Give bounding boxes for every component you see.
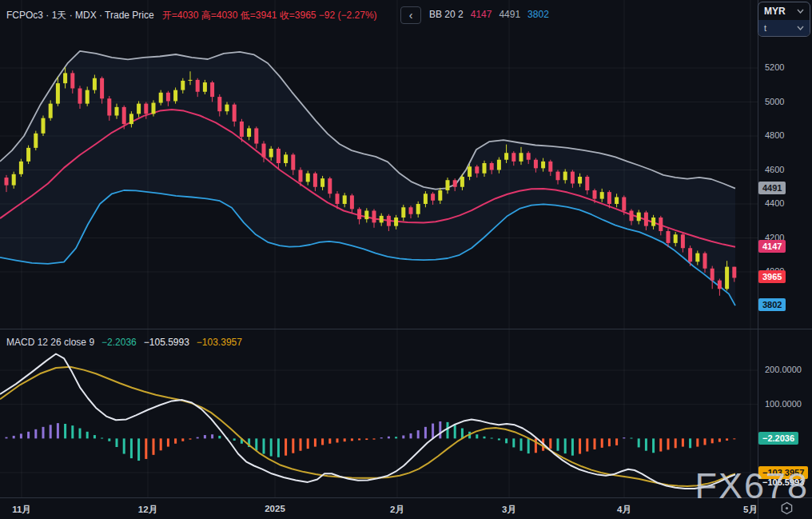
- collapse-indicators-button[interactable]: ‹: [400, 6, 421, 24]
- currency-value: MYR: [764, 6, 786, 17]
- time-axis-label: 2025: [265, 504, 285, 513]
- bb-upper-value: 4491: [499, 9, 520, 20]
- macd-legend[interactable]: MACD 12 26 close 9−2.2036−105.5993−103.3…: [6, 337, 249, 348]
- scale-settings-box: MYR t: [758, 2, 810, 37]
- price-badge-4491: 4491: [758, 182, 786, 194]
- bb-lower-value: 3802: [527, 9, 549, 20]
- unit-selector[interactable]: t: [758, 20, 810, 36]
- price-tick-label: 5000: [765, 97, 784, 106]
- macd-badge: −105.5993: [758, 476, 808, 489]
- chevron-down-icon: [797, 26, 804, 30]
- bb-basis-value: 4147: [471, 9, 492, 20]
- chart-canvas[interactable]: [0, 0, 812, 519]
- symbol-legend: FCPOc3 · 1天 · MDX · Trade Price开=4030 高=…: [6, 9, 377, 22]
- pane-separator[interactable]: [0, 329, 812, 329]
- price-badge-3802: 3802: [758, 298, 786, 311]
- trading-chart-window: FCPOc3 · 1天 · MDX · Trade Price开=4030 高=…: [0, 0, 812, 519]
- macd-line-value: −105.5993: [144, 337, 189, 348]
- price-tick-label: 5200: [765, 62, 784, 72]
- price-badge-4147: 4147: [758, 240, 786, 253]
- ohlc-values: 开=4030 高=4030 低=3941 收=3965 −92 (−2.27%): [162, 10, 377, 21]
- time-axis-label: 12月: [138, 504, 157, 516]
- price-tick-label: 4400: [765, 198, 784, 208]
- macd-tick-label: 100.0000: [765, 399, 802, 409]
- time-axis-label: 11月: [12, 504, 31, 516]
- time-axis-label: 4月: [617, 504, 631, 516]
- time-axis-label: 3月: [502, 504, 516, 516]
- chevron-left-icon: ‹: [409, 9, 413, 22]
- price-badge-3965: 3965: [758, 270, 786, 283]
- macd-badge: −2.2036: [758, 432, 798, 445]
- chevron-down-icon: [797, 9, 804, 14]
- currency-selector[interactable]: MYR: [758, 2, 810, 20]
- bollinger-legend[interactable]: BB 20 2414744913802: [429, 9, 556, 20]
- price-tick-label: 4800: [765, 130, 784, 140]
- macd-label: MACD 12 26 close 9: [6, 337, 94, 348]
- axis-settings-gear-icon[interactable]: [780, 501, 794, 515]
- macd-tick-label: 200.0000: [765, 365, 802, 374]
- symbol-title[interactable]: FCPOc3 · 1天 · MDX · Trade Price: [6, 10, 154, 21]
- time-axis-label: 2月: [390, 504, 404, 516]
- time-axis-label: 5月: [743, 504, 758, 516]
- time-axis-separator: [0, 497, 812, 498]
- macd-hist-value: −2.2036: [102, 337, 137, 348]
- macd-signal-value: −103.3957: [197, 337, 242, 348]
- bb-label: BB 20 2: [429, 9, 464, 20]
- price-tick-label: 4600: [765, 165, 784, 174]
- unit-value: t: [764, 23, 766, 33]
